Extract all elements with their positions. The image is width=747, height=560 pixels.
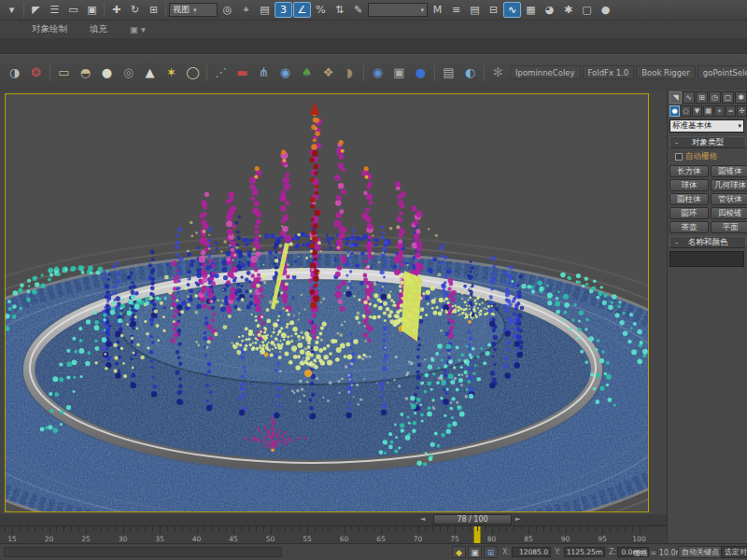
rollout-object-type[interactable]: - 对象类型 xyxy=(669,136,746,148)
select-and-rotate-icon[interactable]: ↻ xyxy=(126,2,144,18)
use-pivot-center-icon[interactable]: ◎ xyxy=(218,2,236,18)
list-icon[interactable]: ▤ xyxy=(439,63,458,82)
bones-icon[interactable]: ⋔ xyxy=(254,63,274,82)
select-by-name-icon[interactable]: ☰ xyxy=(46,2,63,18)
time-slider-handle[interactable]: 78 / 100 xyxy=(433,514,512,525)
tab-modify[interactable]: ∿ xyxy=(683,91,695,104)
cat-lights[interactable]: ▼ xyxy=(692,105,702,117)
tab-motion[interactable]: ◷ xyxy=(709,91,721,104)
time-prev-arrow[interactable]: ◄ xyxy=(420,515,425,523)
set-key-selection-dropdown[interactable]: 选定对象 xyxy=(721,546,747,558)
select-and-manipulate-icon[interactable]: ⌖ xyxy=(237,2,255,18)
key-filter-icon[interactable]: ◆ xyxy=(452,546,466,558)
sphere-primitive-icon[interactable]: ● xyxy=(97,63,117,82)
dome-primitive-icon[interactable]: ◓ xyxy=(76,63,95,82)
proxy-object-icon[interactable]: ▣ xyxy=(389,63,409,82)
coord-x-field[interactable]: 12085.0 xyxy=(512,547,551,557)
tab-display[interactable]: ▢ xyxy=(722,91,734,104)
selection-filter-dropdown-icon[interactable]: ▾ xyxy=(3,2,21,18)
cat-systems[interactable]: ✣ xyxy=(737,105,747,117)
object-button-圆环[interactable]: 圆环 xyxy=(669,207,709,219)
ruler-tick xyxy=(35,526,35,531)
layer-manager-icon[interactable]: ▤ xyxy=(466,2,484,18)
paint-tool-icon[interactable]: ❂ xyxy=(26,63,46,82)
reference-coordinate-dropdown[interactable]: 视图▾ xyxy=(169,3,218,17)
mirror-icon[interactable]: M xyxy=(429,2,446,18)
viewport-canvas[interactable] xyxy=(6,94,648,511)
auto-key-button[interactable]: 自动关键点 xyxy=(678,546,723,558)
time-next-arrow[interactable]: ► xyxy=(515,515,520,523)
subcategory-dropdown[interactable]: 标准基本体▾ xyxy=(669,119,744,133)
cat-helpers[interactable]: ⌖ xyxy=(714,105,725,117)
rotate-gizmo-icon[interactable]: ◑ xyxy=(5,63,24,82)
capsule-icon[interactable]: ▬ xyxy=(233,63,252,82)
angle-snap-icon[interactable]: ∠ xyxy=(293,2,311,18)
object-button-球体[interactable]: 球体 xyxy=(669,179,709,191)
selection-region-icon[interactable]: ▭ xyxy=(64,2,82,18)
cat-shapes[interactable]: ○ xyxy=(681,105,691,117)
keyboard-override-icon[interactable]: ▤ xyxy=(256,2,274,18)
tab-hierarchy[interactable]: ⊞ xyxy=(696,91,708,104)
object-button-平面[interactable]: 平面 xyxy=(711,221,747,233)
world-icon[interactable]: ◐ xyxy=(460,63,480,82)
schematic-view-icon[interactable]: ▦ xyxy=(522,2,540,18)
coord-y-field[interactable]: 1125.25m xyxy=(564,547,605,557)
select-object-icon[interactable]: ◤ xyxy=(27,2,45,18)
rendered-frame-icon[interactable]: ▢ xyxy=(578,2,596,18)
cat-cameras[interactable]: ▦ xyxy=(703,105,713,117)
cat-geometry[interactable]: ● xyxy=(669,105,680,117)
object-name-field[interactable] xyxy=(669,251,744,267)
selection-lock-icon[interactable]: ▣ xyxy=(468,546,482,558)
object-button-四棱锥[interactable]: 四棱锥 xyxy=(711,207,747,219)
curve-editor-icon[interactable]: ∿ xyxy=(503,2,521,18)
time-slider-track[interactable]: ◄ 78 / 100 ► xyxy=(0,514,667,525)
tab-utilities[interactable]: ✱ xyxy=(735,91,747,104)
metaball-icon[interactable]: ◉ xyxy=(368,63,388,82)
select-and-scale-icon[interactable]: ⊞ xyxy=(145,2,162,18)
object-button-管状体[interactable]: 管状体 xyxy=(711,193,747,205)
edit-named-selections-icon[interactable]: ✎ xyxy=(349,2,367,18)
window-crossing-icon[interactable]: ▣ xyxy=(83,2,101,18)
tab-create[interactable]: ◥ xyxy=(669,91,682,104)
rain-particles-icon[interactable]: ⋰ xyxy=(211,63,231,82)
sunlight-icon[interactable]: ✶ xyxy=(162,63,181,82)
plugin-button-2[interactable]: Book Rigger xyxy=(636,65,696,79)
graphite-ribbon-icon[interactable]: ⊟ xyxy=(485,2,502,18)
pyramid-primitive-icon[interactable]: ▲ xyxy=(140,63,160,82)
render-production-icon[interactable]: ● xyxy=(597,2,614,18)
hand-tool-icon[interactable]: ❖ xyxy=(318,63,338,82)
torus-primitive-icon[interactable]: ◎ xyxy=(119,63,138,82)
box-primitive-icon[interactable]: ▭ xyxy=(54,63,74,82)
named-selection-dropdown[interactable]: ▾ xyxy=(368,3,428,17)
rollout-name-color[interactable]: - 名称和颜色 xyxy=(669,236,746,248)
geosphere-icon[interactable]: ◉ xyxy=(275,63,295,82)
ribbon-tab-populate[interactable]: 填充 xyxy=(90,23,107,35)
autogrid-checkbox[interactable] xyxy=(675,153,683,161)
select-and-move-icon[interactable]: ✚ xyxy=(107,2,125,18)
absolute-offset-toggle-icon[interactable]: ⊞ xyxy=(484,546,498,558)
material-editor-icon[interactable]: ◕ xyxy=(541,2,558,18)
disc-primitive-icon[interactable]: ◯ xyxy=(183,63,203,82)
object-button-长方体[interactable]: 长方体 xyxy=(669,165,709,177)
ribbon-tab-object-paint[interactable]: 对象绘制 xyxy=(32,23,67,35)
ribbon-config-icon[interactable]: ▣ ▾ xyxy=(130,24,146,35)
terrain-icon[interactable]: ◗ xyxy=(340,63,359,82)
plugin-button-0[interactable]: IpominneColey xyxy=(510,65,581,79)
active-viewport[interactable] xyxy=(5,93,649,512)
object-button-圆锥体[interactable]: 圆锥体 xyxy=(711,165,747,177)
spinner-snap-icon[interactable]: ⇅ xyxy=(331,2,348,18)
object-button-圆柱体[interactable]: 圆柱体 xyxy=(669,193,709,205)
plugin-button-3[interactable]: goPointSelectiv xyxy=(698,65,747,79)
plugin-button-1[interactable]: FoldFx 1.0 xyxy=(583,65,635,79)
blue-sphere-icon[interactable]: ● xyxy=(411,63,430,82)
foliage-icon[interactable]: ♠ xyxy=(297,63,317,82)
object-button-几何球体[interactable]: 几何球体 xyxy=(711,179,747,191)
align-icon[interactable]: ≡ xyxy=(447,2,465,18)
percent-snap-icon[interactable]: % xyxy=(312,2,330,18)
snaps-toggle-icon[interactable]: 3 xyxy=(275,2,292,18)
object-button-茶壶[interactable]: 茶壶 xyxy=(669,221,709,233)
cat-spacewarps[interactable]: ≈ xyxy=(726,105,736,117)
render-setup-icon[interactable]: ✱ xyxy=(559,2,577,18)
track-bar[interactable]: 1520253035404550556065707580859095100 xyxy=(0,525,667,543)
plugin-spinner-icon[interactable]: ✻ xyxy=(488,63,508,82)
